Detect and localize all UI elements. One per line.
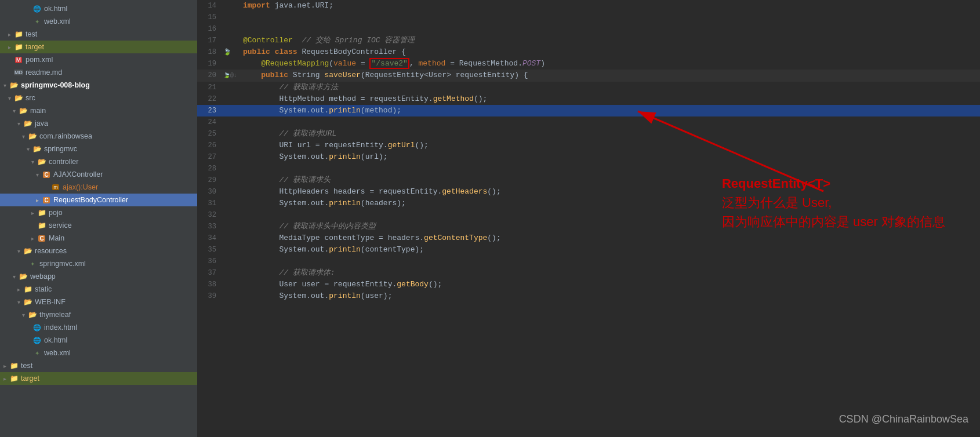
folder-open-icon xyxy=(28,310,37,319)
line-number: 17 xyxy=(197,35,223,46)
arrow-icon xyxy=(32,197,42,203)
line-number: 16 xyxy=(197,23,223,35)
tree-item-springmvc-xml[interactable]: springmvc.xml xyxy=(0,257,197,270)
line-number: 37 xyxy=(197,267,223,279)
line-number: 25 xyxy=(197,128,223,140)
line-content: // 获取请求URL xyxy=(241,128,980,140)
tree-item-pom-xml[interactable]: pom.xml xyxy=(0,53,197,66)
tree-item-requestbody-controller[interactable]: RequestBodyController xyxy=(0,194,197,206)
java-icon xyxy=(37,234,46,243)
tree-item-src[interactable]: src xyxy=(0,92,197,104)
arrow-icon xyxy=(14,121,23,127)
csdn-watermark: CSDN @ChinaRainbowSea xyxy=(839,413,968,425)
line-number: 20 xyxy=(197,70,223,82)
tree-label: pom.xml xyxy=(26,56,53,64)
tree-item-target[interactable]: target xyxy=(0,41,197,53)
tree-item-service[interactable]: service xyxy=(0,219,197,232)
tree-label: ok.html xyxy=(44,5,67,13)
code-line-16: 16 xyxy=(197,23,980,35)
line-gutter xyxy=(223,128,241,140)
line-number: 27 xyxy=(197,151,223,163)
line-content: // 获取请求头 xyxy=(241,174,980,186)
line-gutter xyxy=(223,151,241,163)
line-content xyxy=(241,209,980,221)
folder-open-icon xyxy=(9,81,19,90)
tree-label: index.html xyxy=(44,323,77,332)
tree-item-resources[interactable]: resources xyxy=(0,245,197,257)
line-gutter xyxy=(223,93,241,105)
line-number: 38 xyxy=(197,279,223,290)
code-editor: 14 import java.net.URI; 15 16 17 @Cont xyxy=(197,0,980,437)
code-line-14: 14 import java.net.URI; xyxy=(197,0,980,12)
tree-item-web-xml-1[interactable]: web.xml xyxy=(0,15,197,28)
code-line-35: 35 System.out.println(contentType); xyxy=(197,244,980,256)
tree-item-webapp[interactable]: webapp xyxy=(0,270,197,283)
line-number: 33 xyxy=(197,221,223,232)
code-line-29: 29 // 获取请求头 xyxy=(197,174,980,186)
tree-label: java xyxy=(35,119,48,128)
line-gutter xyxy=(223,0,241,12)
tree-item-springmvc-pkg[interactable]: springmvc xyxy=(0,143,197,155)
line-gutter xyxy=(223,290,241,302)
arrow-icon xyxy=(19,312,28,318)
tree-label: resources xyxy=(35,247,67,255)
tree-item-pojo[interactable]: pojo xyxy=(0,206,197,219)
folder-open-icon xyxy=(23,119,32,128)
tree-label: target xyxy=(26,43,44,51)
tree-item-static[interactable]: static xyxy=(0,283,197,296)
tree-item-index-html[interactable]: index.html xyxy=(0,321,197,334)
tree-item-web-inf[interactable]: WEB-INF xyxy=(0,296,197,308)
tree-item-thymeleaf[interactable]: thymeleaf xyxy=(0,308,197,321)
tree-item-web-xml-2[interactable]: web.xml xyxy=(0,347,197,359)
tree-item-java[interactable]: java xyxy=(0,117,197,130)
code-line-28: 28 xyxy=(197,163,980,174)
code-line-19: 19 @RequestMapping(value = "/save2", met… xyxy=(197,58,980,70)
line-content: User user = requestEntity.getBody(); xyxy=(241,279,980,290)
folder-icon xyxy=(37,208,46,217)
tree-item-main[interactable]: main xyxy=(0,104,197,117)
folder-icon xyxy=(9,374,19,383)
line-content: import java.net.URI; xyxy=(241,0,980,12)
tree-item-target-bottom[interactable]: target xyxy=(0,372,197,385)
tree-item-ok-html-1[interactable]: ok.html xyxy=(0,2,197,15)
tree-label: readme.md xyxy=(26,68,62,77)
folder-open-icon xyxy=(19,106,28,115)
tree-item-controller[interactable]: controller xyxy=(0,155,197,168)
folder-open-icon xyxy=(14,93,23,103)
line-gutter xyxy=(223,198,241,209)
code-line-22: 22 HttpMethod method = requestEntity.get… xyxy=(197,93,980,105)
tree-item-main-java[interactable]: Main xyxy=(0,232,197,245)
html-icon xyxy=(32,4,42,13)
tree-item-ok-html-2[interactable]: ok.html xyxy=(0,334,197,347)
tree-label: pojo xyxy=(49,209,63,217)
tree-item-ajax-controller[interactable]: AJAXController xyxy=(0,168,197,181)
tree-item-springmvc-blog[interactable]: springmvc-008-blog xyxy=(0,79,197,92)
arrow-icon xyxy=(0,376,9,382)
tree-item-ajax-method[interactable]: ajax():User xyxy=(0,181,197,194)
arrow-icon xyxy=(23,146,32,152)
file-tree[interactable]: ok.html web.xml test target pom.xml read… xyxy=(0,0,197,437)
tree-label: src xyxy=(26,94,35,102)
arrow-icon xyxy=(32,172,42,178)
tree-item-com-rainbowsea[interactable]: com.rainbowsea xyxy=(0,130,197,143)
line-content: System.out.println(user); xyxy=(241,290,980,302)
line-number: 39 xyxy=(197,290,223,302)
line-content: @Controller // 交给 Spring IOC 容器管理 xyxy=(241,35,980,46)
tree-label: springmvc xyxy=(44,145,77,153)
line-gutter xyxy=(223,116,241,128)
arrow-icon xyxy=(9,108,19,114)
folder-icon xyxy=(37,221,46,230)
tree-item-test[interactable]: test xyxy=(0,28,197,41)
line-number: 34 xyxy=(197,232,223,244)
tree-item-test-bottom[interactable]: test xyxy=(0,359,197,372)
line-gutter xyxy=(223,12,241,23)
tree-label: web.xml xyxy=(44,17,71,26)
tree-item-readme-md[interactable]: readme.md xyxy=(0,66,197,79)
arrow-icon xyxy=(5,44,14,50)
line-content xyxy=(241,12,980,23)
tree-label: WEB-INF xyxy=(35,298,66,306)
line-content: URI url = requestEntity.getUrl(); xyxy=(241,140,980,151)
tree-label: target xyxy=(21,374,39,383)
code-line-17: 17 @Controller // 交给 Spring IOC 容器管理 xyxy=(197,35,980,46)
line-number: 22 xyxy=(197,93,223,105)
